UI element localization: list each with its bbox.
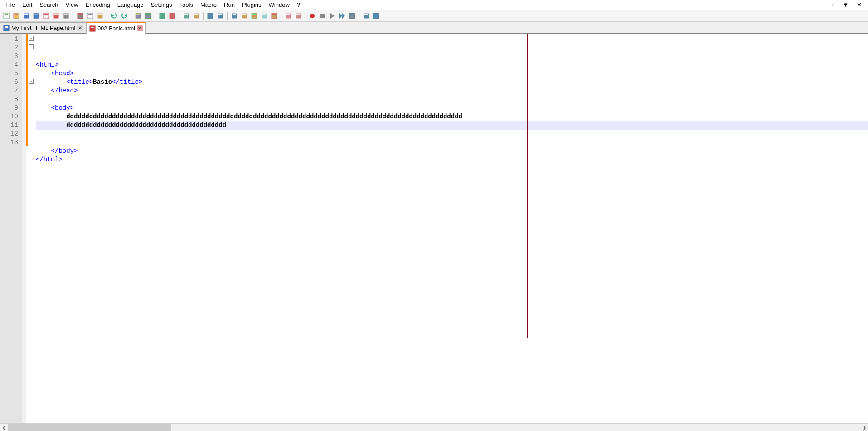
- save-macro-icon[interactable]: [348, 11, 357, 20]
- function-list-icon[interactable]: [270, 11, 279, 20]
- copy-icon[interactable]: [86, 11, 95, 20]
- fold-toggle[interactable]: −: [29, 36, 34, 41]
- sync-v-icon[interactable]: [182, 11, 191, 20]
- show-all-chars-icon[interactable]: [216, 11, 225, 20]
- undo-icon[interactable]: [110, 11, 119, 20]
- save-icon[interactable]: [22, 11, 31, 20]
- svg-rect-55: [364, 14, 368, 15]
- horizontal-scrollbar[interactable]: ❮ ❯: [0, 423, 868, 431]
- code-line[interactable]: </html>: [36, 155, 868, 164]
- redo-icon[interactable]: [120, 11, 129, 20]
- code-line[interactable]: <body>: [36, 104, 868, 112]
- window-dropdown-button[interactable]: ▼: [841, 1, 850, 8]
- toolbar: [0, 10, 868, 22]
- code-line[interactable]: dddddddddddddddddddddddddddddddddddddddd…: [36, 112, 868, 121]
- svg-rect-17: [88, 14, 92, 15]
- find-icon[interactable]: [134, 11, 143, 20]
- tab-my-first-html-page-html[interactable]: My First HTML Page.html✕: [0, 22, 86, 33]
- tab-close-button[interactable]: ✕: [77, 25, 83, 31]
- svg-rect-32: [208, 13, 213, 19]
- close-icon[interactable]: [42, 11, 51, 20]
- menu-search[interactable]: Search: [36, 0, 62, 9]
- menu-view[interactable]: View: [62, 0, 82, 9]
- stop-icon[interactable]: [318, 11, 327, 20]
- svg-rect-41: [252, 14, 256, 15]
- user-lang-icon[interactable]: [240, 11, 249, 20]
- word-wrap-icon[interactable]: [206, 11, 215, 20]
- code-line[interactable]: <html>: [36, 61, 868, 69]
- print-icon[interactable]: [62, 11, 71, 20]
- window-plus-button[interactable]: +: [829, 1, 837, 8]
- fold-toggle[interactable]: −: [29, 44, 34, 49]
- svg-rect-15: [78, 14, 82, 15]
- svg-rect-33: [209, 14, 212, 15]
- scroll-thumb[interactable]: [8, 424, 171, 431]
- menu-tools[interactable]: Tools: [176, 0, 197, 9]
- code-line[interactable]: [36, 164, 868, 173]
- code-line[interactable]: </body>: [36, 147, 868, 155]
- fold-toggle[interactable]: −: [29, 79, 34, 84]
- svg-rect-58: [4, 25, 9, 31]
- spell-check-icon[interactable]: [362, 11, 371, 20]
- cut-icon[interactable]: [76, 11, 85, 20]
- open-file-icon[interactable]: [12, 11, 21, 20]
- svg-rect-7: [34, 14, 38, 15]
- menu-language[interactable]: Language: [114, 0, 147, 9]
- zoom-in-icon[interactable]: [158, 11, 167, 20]
- svg-rect-49: [296, 14, 300, 15]
- play-multi-icon[interactable]: [338, 11, 347, 20]
- line-number: 2: [0, 44, 18, 52]
- line-number: 11: [0, 121, 18, 130]
- menu-window[interactable]: Window: [265, 0, 293, 9]
- scroll-track[interactable]: [8, 424, 860, 431]
- menu-settings[interactable]: Settings: [147, 0, 176, 9]
- menu-encoding[interactable]: Encoding: [82, 0, 114, 9]
- tab-002-basic-html[interactable]: 002-Basic.html✕: [86, 22, 146, 34]
- play-icon[interactable]: [328, 11, 337, 20]
- svg-rect-39: [242, 14, 246, 15]
- folder-icon[interactable]: [284, 11, 293, 20]
- menu-edit[interactable]: Edit: [19, 0, 36, 9]
- indent-guide-icon[interactable]: [230, 11, 239, 20]
- line-number: 4: [0, 61, 18, 69]
- replace-icon[interactable]: [144, 11, 153, 20]
- menu-help[interactable]: ?: [293, 0, 304, 9]
- doc-map-icon[interactable]: [250, 11, 259, 20]
- code-line[interactable]: <head>: [36, 69, 868, 78]
- toolbar-separator: [131, 12, 131, 20]
- new-file-icon[interactable]: [2, 11, 11, 20]
- scroll-left-button[interactable]: ❮: [0, 424, 8, 431]
- toggle-icon[interactable]: [372, 11, 381, 20]
- window-close-button[interactable]: ✕: [855, 1, 863, 8]
- record-icon[interactable]: [308, 11, 317, 20]
- menu-file[interactable]: File: [2, 0, 19, 9]
- monitor-icon[interactable]: [294, 11, 303, 20]
- code-line[interactable]: [36, 95, 868, 104]
- paste-icon[interactable]: [96, 11, 105, 20]
- save-all-icon[interactable]: [32, 11, 41, 20]
- code-area[interactable]: <html> <head> <title>Basic</title> </hea…: [36, 34, 868, 423]
- svg-rect-8: [44, 13, 49, 19]
- menu-plugins[interactable]: Plugins: [238, 0, 265, 9]
- svg-rect-27: [170, 14, 174, 15]
- tab-close-button[interactable]: ✕: [137, 25, 143, 31]
- fold-margin[interactable]: −−−: [28, 34, 36, 423]
- code-line[interactable]: </head>: [36, 87, 868, 95]
- zoom-out-icon[interactable]: [168, 11, 177, 20]
- code-line[interactable]: [36, 138, 868, 147]
- svg-rect-45: [272, 14, 276, 15]
- svg-rect-46: [286, 13, 291, 19]
- scroll-right-button[interactable]: ❯: [860, 424, 868, 431]
- code-line[interactable]: [36, 130, 868, 138]
- code-line[interactable]: dddddddddddddddddddddddddddddddddddddddd…: [36, 121, 868, 130]
- menu-items: FileEditSearchViewEncodingLanguageSettin…: [2, 0, 304, 9]
- doc-list-icon[interactable]: [260, 11, 269, 20]
- menu-run[interactable]: Run: [220, 0, 238, 9]
- sync-h-icon[interactable]: [192, 11, 201, 20]
- menu-macro[interactable]: Macro: [197, 0, 220, 9]
- svg-rect-40: [252, 13, 257, 19]
- svg-rect-19: [98, 14, 102, 15]
- code-line[interactable]: <title>Basic</title>: [36, 78, 868, 87]
- line-number: 6: [0, 78, 18, 87]
- close-all-icon[interactable]: [52, 11, 61, 20]
